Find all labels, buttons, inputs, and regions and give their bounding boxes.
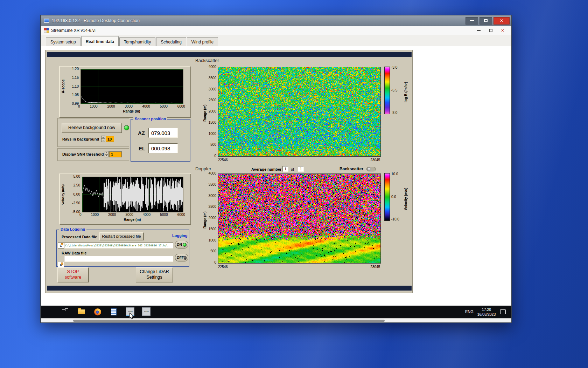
processed-data-file-label: Processed Data file [62,235,97,239]
tick-label: 23045 [370,158,380,162]
backscatter-y-ticks: 40003500300025002000150010005000 [205,65,216,158]
backscatter-toggle-label: Backscatter [340,166,363,171]
backscatter-colorbar [384,67,390,114]
rays-in-background-label: Rays in background [62,137,99,141]
language-indicator[interactable]: ENG [465,309,474,314]
panel-bottom-band [47,286,412,291]
clock-time: 17:20 [475,307,498,312]
close-icon: ✕ [500,18,503,23]
close-icon: ✕ [501,28,504,33]
rdp-titlebar[interactable]: 192.168.0.122 - Remote Desktop Connectio… [41,15,511,26]
raw-path-browse-button[interactable]: C [58,262,64,268]
doppler-colorbar-label: Velocity (m/s) [403,178,408,220]
backscatter-toggle[interactable] [366,167,376,171]
az-value-field[interactable]: 079.003 [148,128,178,138]
scan-app-icon-2[interactable]: Scan [142,307,150,316]
firefox-icon[interactable] [94,308,101,315]
renew-background-button[interactable]: Renew background now [62,123,122,133]
renew-led-icon [124,125,129,130]
app-close-button[interactable]: ✕ [497,27,509,34]
task-view-icon[interactable] [62,309,67,314]
tick-label: 10.0 [391,172,398,176]
processed-logging-toggle[interactable]: ON [175,241,188,248]
rdp-maximize-button[interactable] [479,17,492,25]
tick-label: 2000 [209,216,216,220]
tick-label: 2.50 [74,183,80,187]
tab-strip: System setup Real time data Temp/humidit… [41,35,511,46]
stop-software-button[interactable]: STOP software [57,267,89,282]
tab-system-setup[interactable]: System setup [46,37,80,46]
tick-label: 2000 [107,104,115,108]
velocity-plot [82,177,183,212]
tick-label: 3000 [126,213,133,217]
led-icon [184,256,187,260]
ascope-y-ticks: 1.201.151.101.050.99 [67,67,79,105]
tick-label: 1000 [209,238,216,242]
tick-label: 6000 [177,213,185,217]
tick-label: 0.0 [391,195,396,199]
snr-value-field[interactable]: 1 [109,151,122,157]
tick-label: 0 [79,213,82,217]
tab-scheduling[interactable]: Scheduling [156,37,186,46]
raw-logging-toggle[interactable]: OFF [175,254,188,261]
tab-temp-humidity[interactable]: Temp/humidity [119,37,155,46]
scan-app-label: Scan [128,311,133,313]
average-number-field[interactable]: 1 [282,166,288,172]
tick-label: 1.05 [72,93,79,97]
tick-label: 23045 [370,265,380,269]
backscatter-title: Backscatter [195,58,219,63]
increment-icon[interactable]: ▲ [101,136,105,139]
ascope-x-axis-label: Range (m) [80,109,183,113]
processed-path-field[interactable]: C:\Lidar\Data\Proc\2023\202308\20230816\… [64,243,173,248]
tab-wind-profile[interactable]: Wind profile [187,37,218,46]
file-explorer-icon[interactable] [78,309,85,314]
velocity-y-ticks: 5.002.500.00-2.50-5.00 [68,175,80,214]
front-panel: A-scope 1.201.151.101.050.99 01000200030… [45,50,413,293]
document-app-icon[interactable] [111,308,117,315]
tick-label: 3500 [209,76,216,80]
increment-icon[interactable]: ▲ [105,151,108,154]
notification-center-icon[interactable] [500,309,506,314]
toggle-knob-icon [367,167,371,171]
app-window: StreamLine XR v14-6.vi ✕ System setup Re… [41,26,511,306]
app-minimize-button[interactable] [473,27,485,34]
restart-processed-file-button[interactable]: Restart processed file [99,232,144,240]
tick-label: 1500 [209,121,216,124]
el-value-field[interactable]: 000.098 [148,143,178,153]
rdp-minimize-button[interactable] [465,17,478,25]
tick-label: 2000 [108,213,116,217]
raw-path-field[interactable] [64,256,173,262]
data-logging-group: Data Logging Processed Data file Restart… [56,230,189,267]
tab-real-time-data[interactable]: Real time data [81,36,119,46]
ascope-x-ticks: 0100020003000400050006000 [78,104,185,108]
decrement-icon[interactable]: ▼ [105,154,108,157]
tick-label: -5.00 [72,210,80,214]
scanner-position-title: Scanner position [133,117,167,121]
snr-stepper[interactable]: ▲▼ [105,151,108,157]
minimize-icon [470,20,474,21]
cursor-icon [129,313,134,320]
processed-path-browse-button[interactable]: C [58,243,64,248]
average-of-label: of [291,167,294,171]
taskbar-clock[interactable]: 17:20 16/08/2023 [475,307,498,317]
velocity-x-axis-label: Range (m) [82,218,183,222]
app-restore-button[interactable] [485,27,497,34]
rays-stepper[interactable]: ▲▼ [101,136,105,142]
rdp-horizontal-scrollbar[interactable] [41,318,511,322]
tick-label: 3000 [209,194,216,198]
processed-path-text: C:\Lidar\Data\Proc\2023\202308\20230816\… [64,244,168,247]
backscatter-colorbar-ticks: -3.0-5.5-8.0 [391,66,402,115]
change-lidar-settings-button[interactable]: Change LiDAR Settings [136,267,173,282]
scrollbar-thumb[interactable] [73,320,385,322]
rdp-close-button[interactable]: ✕ [493,17,510,25]
tick-label: 500 [210,249,216,253]
average-count-field[interactable]: 1 [298,166,304,172]
decrement-icon[interactable]: ▼ [101,139,105,142]
ascope-plot [80,69,183,104]
minimize-icon [477,30,481,31]
app-title: StreamLine XR v14-6.vi [51,28,96,33]
app-titlebar[interactable]: StreamLine XR v14-6.vi ✕ [41,26,511,35]
logging-label: Logging [172,233,187,238]
tick-label: 0 [214,260,216,264]
rays-value-field[interactable]: 10 [106,136,114,142]
